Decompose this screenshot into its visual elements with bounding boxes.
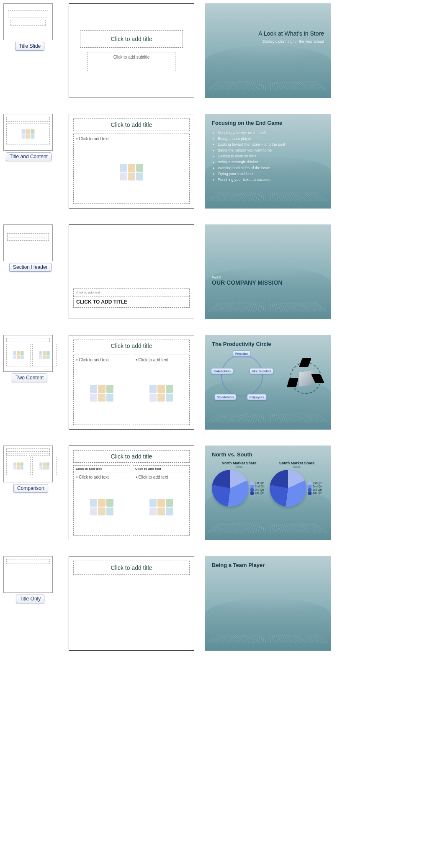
title-placeholder[interactable]: Click to add title [73, 450, 190, 463]
title-placeholder[interactable]: Click to add title [73, 561, 190, 575]
layout-preview-title-only[interactable]: Click to add title [69, 556, 194, 651]
section-title: OUR COMPANY MISSION [212, 279, 324, 286]
content-placeholder-left[interactable]: • Click to add text [73, 472, 130, 536]
legend-item: 3rd Qtr [308, 488, 322, 492]
sample-slide-title: A Look at What's in Store Strategic plan… [205, 3, 331, 98]
bullet-list: Keeping your eye on the ballBeing a team… [212, 130, 324, 183]
section-kicker: Part II [212, 276, 324, 279]
bullet-item: Punching your ticket to success [218, 177, 324, 183]
slide-title: The Productivity Circle [212, 341, 324, 347]
layout-thumb-title-and-content[interactable] [3, 114, 53, 151]
row-section-header: Section Header Click to add text CLICK T… [3, 224, 432, 319]
layout-tag: Two Content [12, 373, 47, 382]
layout-thumb-title-only[interactable] [3, 556, 53, 593]
bullet-item: Trying your level best [218, 171, 324, 177]
layout-preview-comparison[interactable]: Click to add title Click to add text • C… [69, 446, 194, 540]
layout-thumb-col: Title Slide [3, 3, 58, 51]
legend-item: 2nd Qtr [308, 485, 322, 488]
compare-right-title: South Market Share [270, 461, 324, 465]
slide-title: Being a Team Player [212, 562, 324, 568]
series-label: Sales [212, 465, 266, 468]
legend-item: 1st Qtr [250, 482, 265, 485]
pie-legend: 1st Qtr2nd Qtr3rd Qtr4th Qtr [308, 482, 322, 495]
layout-preview-title-and-content[interactable]: Click to add title • Click to add text [69, 114, 194, 209]
cycle-diagram: President Stakeholders Vice President St… [212, 351, 283, 410]
layout-thumb-two-content[interactable] [3, 335, 53, 372]
sample-slide-comparison: North vs. South North Market Share Sales… [205, 446, 331, 540]
pie-chart-north [212, 470, 249, 507]
row-title-slide: Title Slide Click to add title Click to … [3, 3, 432, 98]
row-comparison: Comparison Click to add title Click to a… [3, 446, 432, 540]
bullet-item: Being a strategic thinker [218, 160, 324, 165]
sample-slide-content: Focusing on the End Game Keeping your ey… [205, 114, 331, 209]
diagram-node: Vice President [250, 368, 273, 374]
layout-thumb-section-header[interactable] [3, 224, 53, 261]
bullet-item: Looking toward the future – and the past [218, 142, 324, 148]
bullet-item: Getting to work on time [218, 154, 324, 160]
bullet-item: Being the person you want to be [218, 148, 324, 154]
legend-item: 4th Qtr [250, 492, 265, 495]
layout-preview-title-slide[interactable]: Click to add title Click to add subtitle [69, 3, 194, 98]
sample-slide-two-content: The Productivity Circle President Stakeh… [205, 335, 331, 430]
content-icon-grid[interactable] [149, 499, 173, 515]
content-icon-grid[interactable] [90, 499, 113, 515]
pie-chart-south [270, 470, 306, 507]
content-text: Click to add text [79, 475, 108, 479]
content-text: Click to add text [138, 475, 168, 479]
legend-item: 2nd Qtr [250, 485, 265, 488]
title-placeholder[interactable]: Click to add title [73, 118, 190, 131]
legend-item: 4th Qtr [308, 492, 322, 495]
layout-thumb-comparison[interactable] [3, 446, 53, 482]
content-icon-grid[interactable] [120, 164, 143, 180]
legend-item: 1st Qtr [308, 482, 322, 485]
bullet-item: Keeping your eye on the ball [218, 130, 324, 136]
layout-tag: Section Header [9, 263, 51, 272]
diagram-node: Employees [247, 394, 267, 400]
clipart-runners [287, 360, 324, 397]
layout-tag: Title Slide [15, 42, 44, 51]
row-title-only: Title Only Click to add title Being a Te… [3, 556, 432, 651]
slide-title: North vs. South [212, 451, 324, 458]
content-placeholder-right[interactable]: • Click to add text [133, 472, 190, 536]
caption-placeholder-right[interactable]: Click to add text [133, 465, 190, 472]
pie-legend: 1st Qtr2nd Qtr3rd Qtr4th Qtr [250, 482, 265, 495]
sample-slide-section: Part II OUR COMPANY MISSION [205, 224, 331, 319]
content-icon-grid[interactable] [149, 385, 173, 402]
layout-tag: Title and Content [6, 152, 51, 161]
layout-preview-two-content[interactable]: Click to add title • Click to add text •… [69, 335, 194, 430]
content-text: Click to add text [79, 358, 108, 362]
section-subtext-placeholder[interactable]: Click to add text [73, 288, 190, 296]
slide-subtitle: Strategic planning for the year ahead [262, 39, 324, 44]
bullet-item: Being a team player [218, 136, 324, 142]
diagram-node: President [233, 350, 250, 357]
sample-slide-title-only: Being a Team Player [205, 556, 331, 651]
content-text: Click to add text [138, 358, 168, 362]
slide-title: Focusing on the End Game [212, 120, 324, 126]
row-title-and-content: Title and Content Click to add title • C… [3, 114, 432, 209]
layout-tag: Comparison [13, 484, 48, 493]
slide-title: A Look at What's in Store [258, 30, 324, 37]
legend-item: 3rd Qtr [250, 488, 265, 492]
diagram-node: Stockholders [214, 394, 236, 400]
row-two-content: Two Content Click to add title • Click t… [3, 335, 432, 430]
content-text: Click to add text [79, 137, 108, 141]
layout-tag: Title Only [16, 595, 44, 603]
caption-placeholder-left[interactable]: Click to add text [73, 465, 130, 472]
content-icon-grid[interactable] [90, 385, 113, 402]
bullet-item: Working both sides of the issue [218, 165, 324, 171]
compare-left-title: North Market Share [212, 461, 266, 465]
subtitle-placeholder[interactable]: Click to add subtitle [88, 52, 175, 71]
content-placeholder-left[interactable]: • Click to add text [73, 355, 130, 425]
title-placeholder[interactable]: Click to add title [80, 30, 183, 48]
series-label: Sales [270, 465, 324, 468]
layout-preview-section-header[interactable]: Click to add text CLICK TO ADD TITLE [69, 224, 194, 319]
diagram-node: Stakeholders [211, 368, 233, 374]
layout-thumb-title-slide[interactable] [3, 3, 53, 40]
section-title-placeholder[interactable]: CLICK TO ADD TITLE [73, 296, 190, 308]
content-placeholder[interactable]: • Click to add text [73, 134, 190, 204]
content-placeholder-right[interactable]: • Click to add text [133, 355, 190, 425]
title-placeholder[interactable]: Click to add title [73, 340, 190, 352]
